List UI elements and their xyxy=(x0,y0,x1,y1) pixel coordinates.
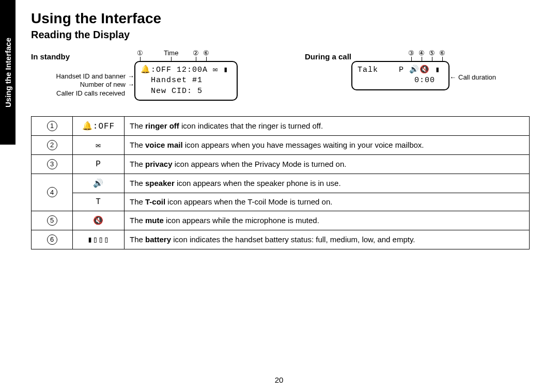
privacy-icon: P xyxy=(96,160,101,169)
table-row: 5 🔇 The mute icon appears while the micr… xyxy=(32,211,530,230)
row-desc: The T-coil icon appears when the T-coil … xyxy=(125,193,530,211)
voicemail-icon: ✉ xyxy=(96,141,101,150)
lcd-line: Talk P 🔊🔇 ▮ xyxy=(358,66,440,74)
side-tab: Using the Interface xyxy=(0,0,16,145)
standby-lcd: 🔔:OFF 12:00A ✉ ▮ Handset #1 New CID: 5 xyxy=(134,61,238,101)
standby-title: In standby xyxy=(31,52,137,61)
row-num: 3 xyxy=(47,159,57,169)
call-lcd: Talk P 🔊🔇 ▮ 0:00 xyxy=(351,61,450,90)
marker-one: ① xyxy=(137,49,143,57)
call-title: During a call xyxy=(305,52,408,61)
row-desc: The speaker icon appears when the speake… xyxy=(125,174,530,193)
lcd-line: New CID: 5 xyxy=(141,87,203,96)
marker-three: ③ xyxy=(408,49,414,57)
row-num: 5 xyxy=(47,215,57,226)
tcoil-icon: T xyxy=(96,197,101,207)
time-label: Time xyxy=(164,49,178,57)
row-desc: The mute icon appears while the micropho… xyxy=(125,211,530,230)
marker-two: ② xyxy=(193,49,199,57)
speaker-icon: 🔊 xyxy=(93,179,104,189)
row-num: 1 xyxy=(47,121,57,131)
page-content: Using the Interface Reading the Display … xyxy=(26,0,558,249)
standby-diagram: In standby ① Time ② ⑥ xyxy=(31,49,279,101)
marker-six-b: ⑥ xyxy=(439,49,445,57)
marker-four: ④ xyxy=(419,49,425,57)
section-title: Reading the Display xyxy=(31,29,537,41)
table-row: 3 P The privacy icon appears when the Pr… xyxy=(32,154,530,174)
row-desc: The voice mail icon appears when you hav… xyxy=(125,135,530,154)
row-num: 2 xyxy=(47,140,57,150)
icon-table: 1 🔔:OFF The ringer off icon indicates th… xyxy=(31,116,530,249)
annot-cid-1: Number of new xyxy=(31,81,134,89)
marker-six: ⑥ xyxy=(203,49,209,57)
call-diagram: During a call ③ ④ ⑤ ⑥ xyxy=(305,49,532,90)
lcd-line: 🔔:OFF 12:00A ✉ ▮ xyxy=(141,66,228,74)
lcd-line: Handset #1 xyxy=(141,76,203,85)
row-desc: The battery icon indicates the handset b… xyxy=(125,230,530,249)
annot-cid-2: Caller ID calls received xyxy=(31,89,134,98)
table-row: 1 🔔:OFF The ringer off icon indicates th… xyxy=(32,116,530,135)
row-num: 6 xyxy=(47,234,57,245)
row-desc: The ringer off icon indicates that the r… xyxy=(125,116,530,135)
marker-five: ⑤ xyxy=(429,49,435,57)
row-num: 4 xyxy=(47,187,57,197)
ringer-off-icon: 🔔:OFF xyxy=(82,122,115,131)
battery-icon: ▮▯▯▯ xyxy=(87,236,110,245)
page-title: Using the Interface xyxy=(31,10,537,27)
annot-duration: Call duration xyxy=(450,61,496,81)
mute-icon: 🔇 xyxy=(93,216,104,226)
row-desc: The privacy icon appears when the Privac… xyxy=(125,154,530,174)
table-row: 2 ✉ The voice mail icon appears when you… xyxy=(32,135,530,154)
table-row: T The T-coil icon appears when the T-coi… xyxy=(32,193,530,211)
table-row: 6 ▮▯▯▯ The battery icon indicates the ha… xyxy=(32,230,530,249)
lcd-line: 0:00 xyxy=(358,76,435,85)
table-row: 4 🔊 The speaker icon appears when the sp… xyxy=(32,174,530,193)
page-number: 20 xyxy=(0,375,558,384)
annot-banner: Handset ID and banner xyxy=(31,72,134,81)
